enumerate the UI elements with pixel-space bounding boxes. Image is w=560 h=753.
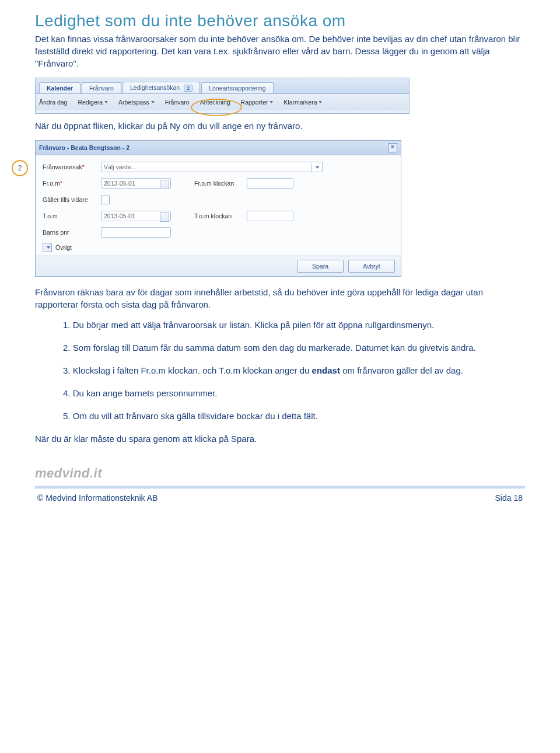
calendar-icon[interactable]: [160, 212, 169, 222]
step-3: 3. Klockslag i fälten Fr.o.m klockan. oc…: [63, 364, 525, 376]
step-5: 5. Om du vill att frånvaro ska gälla til…: [63, 410, 525, 422]
callout-2: 2: [12, 160, 28, 176]
calendar-icon[interactable]: [160, 180, 169, 189]
tab-franvaro[interactable]: Frånvaro: [82, 82, 121, 93]
tab-ledighetsansokan[interactable]: Ledighetsansökan 2: [123, 82, 200, 93]
label-tom: T.o.m: [43, 212, 101, 219]
sub-klarmarkera[interactable]: Klarmarkera: [284, 99, 322, 106]
save-button[interactable]: Spara: [297, 260, 344, 273]
footer-copyright: © Medvind Informationsteknik AB: [37, 493, 158, 503]
input-tom-date[interactable]: 2013-05-01: [101, 211, 171, 221]
toolbar-screenshot: Kalender Frånvaro Ledighetsansökan 2 Lön…: [35, 78, 410, 114]
label-from-klockan: Fr.o.m klockan: [194, 180, 247, 187]
close-icon[interactable]: ×: [388, 143, 397, 152]
dialog-title: Frånvaro - Beata Bengtsson - 2: [39, 144, 130, 151]
tab-loneart[interactable]: Löneartsrapportering: [201, 82, 273, 93]
sub-arbetspass[interactable]: Arbetspass: [118, 99, 155, 106]
sub-anteckning[interactable]: Anteckning: [200, 99, 230, 106]
brand-logo: medvind.it: [35, 466, 525, 481]
sub-redigera[interactable]: Redigera: [78, 99, 108, 106]
label-ovrigt: Övrigt: [55, 244, 72, 251]
input-barns-pnr[interactable]: [101, 227, 171, 238]
step-1: 1. Du börjar med att välja frånvaroorsak…: [63, 319, 525, 331]
intro-paragraph: Det kan finnas vissa frånvaroorsaker som…: [35, 33, 525, 69]
chevron-down-icon: [270, 101, 273, 103]
footer-divider: [35, 486, 525, 489]
label-barns-pnr: Barns pnr: [43, 229, 101, 236]
chevron-down-icon: [151, 101, 155, 103]
franvaro-dialog: Frånvaro - Beata Bengtsson - 2 × Frånvar…: [35, 140, 401, 277]
tab-kalender[interactable]: Kalender: [39, 82, 80, 93]
tab-led-label: Ledighetsansökan: [130, 84, 180, 91]
expand-icon[interactable]: [43, 243, 52, 252]
chevron-down-icon: [104, 101, 108, 103]
label-orsak: Frånvaroorsak: [43, 163, 101, 170]
para-open-tab: När du öppnat fliken, klickar du på Ny o…: [35, 120, 525, 132]
input-tom-klockan[interactable]: [247, 211, 293, 221]
label-galler: Gäller tills vidare: [43, 196, 101, 203]
step-4: 4. Du kan ange barnets personnummer.: [63, 387, 525, 399]
cancel-button[interactable]: Avbryt: [348, 260, 395, 273]
chevron-down-icon: [311, 163, 321, 172]
input-from-date[interactable]: 2013-05-01: [101, 178, 171, 189]
sub-andra-dag[interactable]: Ändra dag: [39, 99, 67, 106]
label-tom-klockan: T.o.m klockan: [194, 212, 247, 219]
step-2: 2. Som förslag till Datum får du samma d…: [63, 341, 525, 354]
chevron-down-icon: [318, 101, 322, 103]
tab-led-badge: 2: [184, 85, 192, 92]
sub-franvaro[interactable]: Frånvaro: [165, 99, 190, 106]
para-save-hint: När du är klar måste du spara genom att …: [35, 433, 525, 445]
page-heading: Ledighet som du inte behöver ansöka om: [35, 12, 525, 30]
select-franvaroorsak[interactable]: Välj värde...: [101, 162, 323, 172]
checkbox-galler[interactable]: [101, 196, 110, 204]
sub-rapporter[interactable]: Rapporter: [241, 99, 274, 106]
input-from-klockan[interactable]: [247, 178, 293, 189]
label-from: Fr.o.m: [43, 180, 101, 187]
select-placeholder: Välj värde...: [104, 163, 136, 170]
para-franvaro-rules: Frånvaron räknas bara av för dagar som i…: [35, 286, 525, 311]
footer-page-number: Sida 18: [495, 493, 523, 503]
